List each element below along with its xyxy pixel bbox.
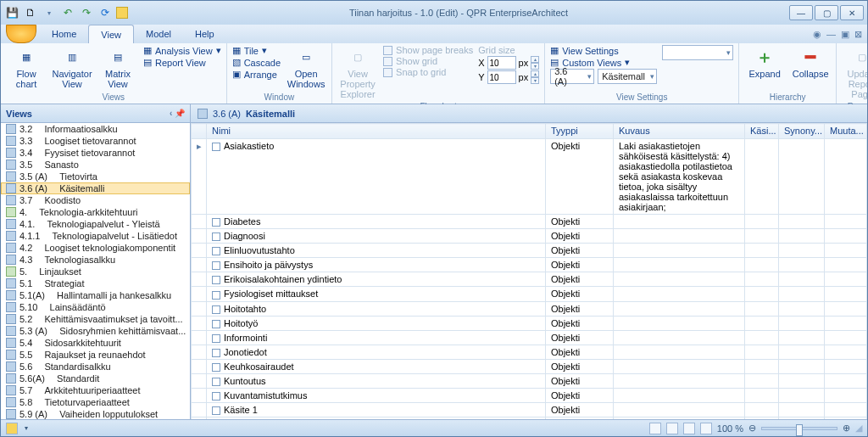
undo-icon[interactable]: ↶ <box>60 5 75 20</box>
tree-item[interactable]: 3.7 Koodisto <box>1 194 190 206</box>
tree-item[interactable]: 5.1 Strategiat <box>1 277 190 289</box>
tree-item[interactable]: 3.3 Loogiset tietovarannot <box>1 135 190 147</box>
matrix-button[interactable]: ▤Matrix View <box>97 45 138 91</box>
expand-cell[interactable] <box>192 272 207 287</box>
col-synony[interactable]: Synony... <box>779 124 825 139</box>
expand-cell[interactable] <box>192 403 207 417</box>
zoom-in-button[interactable]: ⊕ <box>843 423 850 434</box>
tree-item[interactable]: 5.1(A) Hallintamalli ja hankesalkku <box>1 289 190 301</box>
notes-icon[interactable] <box>116 7 128 19</box>
table-row[interactable]: Fysiologiset mittauksetObjekti <box>192 287 867 301</box>
tree-item[interactable]: 4.1. Teknologiapalvelut - Yleistä <box>1 218 190 230</box>
tree-item[interactable]: 4.3 Teknologiasalkku <box>1 254 190 266</box>
app-button[interactable] <box>6 25 36 43</box>
tree-item[interactable]: 3.2 Informaatiosalkku <box>1 123 190 135</box>
col-tyyppi[interactable]: Tyyppi <box>546 124 614 139</box>
pin-icon[interactable]: ‹ 📌 <box>170 109 185 118</box>
tree-item[interactable]: 5.8 Tietoturvaperiaatteet <box>1 396 190 408</box>
new-icon[interactable]: 🗋 <box>23 5 38 20</box>
status-view2-icon[interactable] <box>666 423 678 434</box>
expand-button[interactable]: ＋Expand <box>744 45 785 81</box>
table-row[interactable]: KuvantamistutkimusObjekti <box>192 389 867 403</box>
status-view3-icon[interactable] <box>683 423 695 434</box>
table-row[interactable]: DiabetesObjekti <box>192 215 867 229</box>
tree-item[interactable]: 4.2 Loogiset teknologiakomponentit <box>1 242 190 254</box>
tree-item[interactable]: 5.3 (A) Sidosryhmien kehittämisvaat... <box>1 325 190 337</box>
table-row[interactable]: Ensihoito ja päivystysObjekti <box>192 258 867 272</box>
table-row[interactable]: HoitotyöObjekti <box>192 316 867 330</box>
table-row[interactable]: KeuhkosairaudetObjekti <box>192 359 867 373</box>
tree-item[interactable]: 5.6 Standardisalkku <box>1 361 190 373</box>
tree-item[interactable]: 5. Linjaukset <box>1 266 190 277</box>
tab-view[interactable]: View <box>88 25 134 43</box>
table-row[interactable]: Erikoisalakohtainen ydintietoObjekti <box>192 272 867 287</box>
expand-cell[interactable] <box>192 359 207 373</box>
expand-cell[interactable] <box>192 330 207 345</box>
view-settings-button[interactable]: ▦View Settings <box>550 45 657 56</box>
status-icon[interactable] <box>6 423 18 434</box>
x-stepper[interactable]: ▴▾ <box>531 56 539 70</box>
table-row[interactable]: ElinluovutustahtoObjekti <box>192 244 867 258</box>
expand-cell[interactable] <box>192 374 207 389</box>
arrange-button[interactable]: ▣Arrange <box>232 69 281 80</box>
tree-item[interactable]: 4.1.1 Teknologiapalvelut - Lisätiedot <box>1 230 190 242</box>
table-row[interactable]: HoitotahtoObjekti <box>192 301 867 316</box>
analysis-view-button[interactable]: ▦Analysis View ▾ <box>143 45 221 56</box>
close-ribbon-icon[interactable]: ⊠ <box>854 29 862 40</box>
col-muuta[interactable]: Muuta... <box>825 124 867 139</box>
minimize-ribbon-icon[interactable]: — <box>826 29 836 39</box>
open-windows-button[interactable]: ▭Open Windows <box>286 45 326 91</box>
report-view-button[interactable]: ▤Report View <box>143 57 221 68</box>
expand-cell[interactable] <box>192 345 207 359</box>
tree-item[interactable]: 5.2 Kehittämisvaatimukset ja tavoitt... <box>1 313 190 325</box>
expand-cell[interactable] <box>192 258 207 272</box>
tree-item[interactable]: 5.6(A) Standardit <box>1 373 190 384</box>
table-row[interactable]: DiagnoosiObjekti <box>192 229 867 244</box>
expand-cell[interactable] <box>192 287 207 301</box>
tree-item[interactable]: 3.5 (A) Tietovirta <box>1 171 190 182</box>
tab-model[interactable]: Model <box>134 25 183 43</box>
col-expand[interactable] <box>192 124 207 139</box>
redo-icon[interactable]: ↷ <box>79 5 94 20</box>
table-row[interactable]: InformointiObjekti <box>192 330 867 345</box>
tree-item[interactable]: 5.10 Lainsäädäntö <box>1 301 190 313</box>
refresh-icon[interactable]: ⟳ <box>97 5 113 20</box>
expand-cell[interactable] <box>192 244 207 258</box>
expand-cell[interactable] <box>192 229 207 244</box>
close-button[interactable]: ✕ <box>840 5 864 20</box>
view-combo[interactable] <box>662 45 733 60</box>
grid-y-input[interactable] <box>487 70 516 84</box>
y-stepper[interactable]: ▴▾ <box>531 70 539 84</box>
help-icon[interactable]: ◉ <box>813 29 821 40</box>
expand-cell[interactable] <box>192 316 207 330</box>
status-view1-icon[interactable] <box>649 423 661 434</box>
tree-item[interactable]: 5.9 (A) Vaiheiden lopputulokset <box>1 408 190 419</box>
status-view4-icon[interactable] <box>700 423 712 434</box>
table-row[interactable]: KuntoutusObjekti <box>192 374 867 389</box>
table-row[interactable]: Käsite 1Objekti <box>192 403 867 417</box>
zoom-out-button[interactable]: ⊖ <box>748 423 756 434</box>
zoom-slider[interactable] <box>761 427 837 430</box>
grid-x-input[interactable] <box>487 56 516 70</box>
expand-cell[interactable]: ▸ <box>192 139 207 215</box>
tree-item[interactable]: 5.7 Arkkitehtuuriperiaatteet <box>1 384 190 396</box>
navigator-button[interactable]: ▥Navigator View <box>52 45 92 91</box>
tree-item[interactable]: 5.4 Sidosarkkitehtuurit <box>1 337 190 349</box>
qat-down-icon[interactable]: ▾ <box>42 5 57 20</box>
tab-home[interactable]: Home <box>40 25 88 43</box>
tree-item[interactable]: 3.6 (A) Käsitemalli <box>1 182 190 194</box>
expand-cell[interactable] <box>192 389 207 403</box>
col-nimi[interactable]: Nimi <box>207 124 546 139</box>
tree-item[interactable]: 3.5 Sanasto <box>1 159 190 171</box>
collapse-button[interactable]: ━Collapse <box>790 45 831 81</box>
minimize-button[interactable]: — <box>789 5 813 20</box>
table-row[interactable]: JonotiedotObjekti <box>192 345 867 359</box>
col-kasi[interactable]: Käsi... <box>745 124 779 139</box>
views-tree[interactable]: 3.2 Informaatiosalkku3.3 Loogiset tietov… <box>1 123 190 419</box>
tile-button[interactable]: ▦Tile ▾ <box>232 45 281 56</box>
status-down-icon[interactable]: ▾ <box>25 424 28 432</box>
col-kuvaus[interactable]: Kuvaus <box>614 124 745 139</box>
zoom-a-combo[interactable]: 3.6 (A) <box>550 69 594 84</box>
expand-cell[interactable] <box>192 215 207 229</box>
table-row[interactable]: ▸AsiakastietoObjektiLaki asiakastietojen… <box>192 139 867 215</box>
